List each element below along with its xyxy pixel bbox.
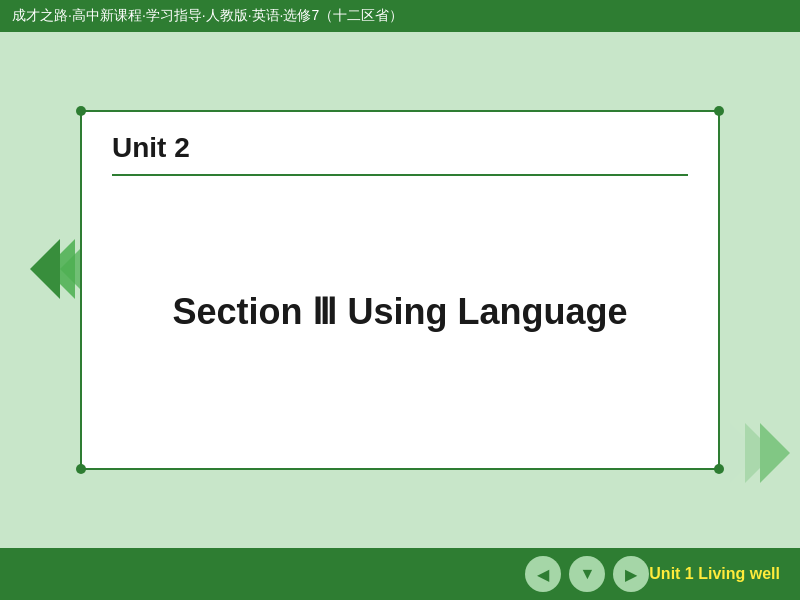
nav-buttons: ◀ ▼ ▶	[525, 556, 649, 592]
next-button[interactable]: ▶	[613, 556, 649, 592]
app-container: 成才之路·高中新课程·学习指导·人教版·英语·选修7（十二区省）	[0, 0, 800, 600]
svg-marker-5	[760, 423, 790, 483]
header-bar: 成才之路·高中新课程·学习指导·人教版·英语·选修7（十二区省）	[0, 0, 800, 32]
home-button[interactable]: ▼	[569, 556, 605, 592]
bottom-bar: ◀ ▼ ▶ Unit 1 Living well	[0, 548, 800, 600]
header-title: 成才之路·高中新课程·学习指导·人教版·英语·选修7（十二区省）	[12, 7, 403, 25]
bottom-unit-label: Unit 1	[649, 565, 693, 582]
svg-marker-2	[30, 239, 60, 299]
main-content: Unit 2 Section Ⅲ Using Language	[0, 32, 800, 548]
prev-button[interactable]: ◀	[525, 556, 561, 592]
next-icon: ▶	[625, 565, 637, 584]
corner-tl	[76, 106, 86, 116]
bottom-living-label: Living well	[698, 565, 780, 582]
corner-tr	[714, 106, 724, 116]
content-card: Unit 2 Section Ⅲ Using Language	[80, 110, 720, 470]
unit-title: Unit 2	[112, 132, 688, 164]
bottom-unit-info: Unit 1 Living well	[649, 565, 780, 583]
corner-bl	[76, 464, 86, 474]
prev-icon: ◀	[537, 565, 549, 584]
home-icon: ▼	[579, 565, 595, 583]
corner-br	[714, 464, 724, 474]
section-title: Section Ⅲ Using Language	[112, 176, 688, 448]
